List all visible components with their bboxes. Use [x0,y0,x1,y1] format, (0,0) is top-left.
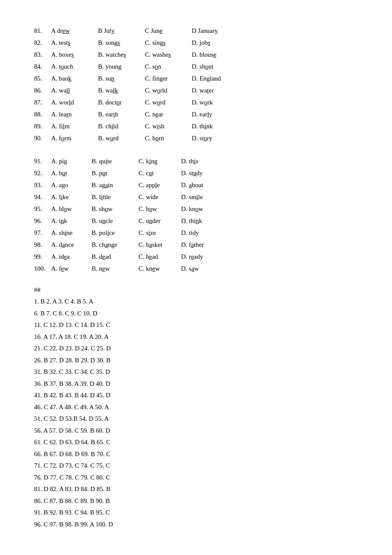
question-option: D. tidy [181,228,228,238]
question-option: B. word [98,133,145,143]
question-option: C. knew [138,263,181,274]
question-option: C. sings [145,38,192,48]
question-option: D. jobs [192,38,243,48]
question-options: A. boxesB. watchesC. washesD. blouse [51,49,358,60]
question-option: C. word [145,97,192,107]
question-number: 93. [34,180,51,190]
question-option: B. sun [98,73,145,84]
question-number: 96. [34,216,51,226]
answer-row: 61. C 62. D 63. D 64. B 65. C [34,437,358,448]
question-options: A. fewB. newC. knewD. saw [51,263,358,274]
question-options: A. filmB. childC. wishD. think [51,121,358,131]
question-row: 99.A. ideaB. deadC. headD. ready [34,251,358,262]
question-number: 83. [34,49,51,60]
question-option: B. little [92,192,138,202]
question-option: B. police [92,228,138,238]
question-options: A. shineB. policeC. sizeD. tidy [51,228,358,238]
question-option: D. ready [181,251,228,262]
question-option: D January [192,26,243,36]
question-option: D. think [192,121,243,131]
answer-row: 36. B 37. B 38. A 39. D 40. D [34,379,358,390]
question-row: 88.A. learnB. earthC. nearD. early [34,109,358,119]
question-row: 87.A. worldB. doctorC. wordD. work [34,97,358,107]
question-number: 90. [34,133,51,143]
question-row: 92.A. butB. putC. cutD. study [34,168,358,178]
question-option: C. world [145,85,192,95]
question-number: 84. [34,61,51,72]
question-row: 83.A. boxesB. watchesC. washesD. blouse [34,49,358,60]
answer-row: 96. C 97. B 98. B 99. A 100. D [34,519,358,530]
question-option: A. dance [51,240,92,250]
question-option: A. world [51,97,98,107]
question-option: A. few [51,263,92,274]
question-option: A. bank [51,73,98,84]
question-option: C. wide [138,192,181,202]
question-options: A. worldB. doctorC. wordD. work [51,97,358,107]
question-option: B. earth [98,109,145,119]
question-row: 93.A. agoB. againC. appleD. about [34,180,358,190]
question-option: C. king [138,156,181,166]
question-option: A. tests [51,38,98,48]
question-option: A. but [51,168,92,178]
question-option: A. blow [51,204,92,214]
question-options: A. ideaB. deadC. headD. ready [51,251,358,262]
questions-section-91-100: 91.A. pigB. quiteC. kingD. this92.A. but… [34,156,358,274]
question-option: B. watches [98,49,145,60]
question-option: D. story [192,133,243,143]
question-row: 95.A. blowB. showC. howD. know [34,204,358,214]
question-option: D. shout [192,61,243,72]
question-options: A. wallB. walkC. worldD. water [51,85,358,95]
question-options: A. bankB. sunC. fingerD. England [51,73,358,84]
question-option: A. wall [51,85,98,95]
question-option: C. washes [145,49,192,60]
question-option: B. walk [98,85,145,95]
question-options: A. agoB. againC. appleD. about [51,180,358,190]
question-number: 100. [34,263,51,274]
question-option: B. put [92,168,138,178]
question-option: A. form [51,133,98,143]
question-number: 91. [34,156,51,166]
answer-row: 41. B 42. B 43. B 44. D 45. D [34,390,358,401]
question-row: 100.A. fewB. newC. knewD. saw [34,263,358,274]
question-number: 81. [34,26,51,36]
question-number: 89. [34,121,51,131]
question-options: A. pigB. quiteC. kingD. this [51,156,358,166]
question-option: A. ink [51,216,92,226]
question-row: 90.A. formB. wordC. bornD. story [34,133,358,143]
question-options: A. inkB. uncleC. underD. think [51,216,358,226]
answer-row: 81. D 82. A 83. D 84. D 85. B [34,484,358,495]
answer-row: 6. B 7. C 8. C 9. C 10. D [34,308,358,319]
question-option: D. about [181,180,228,190]
question-row: 86.A. wallB. walkC. worldD. water [34,85,358,95]
question-option: C June [145,26,192,36]
question-option: A. ago [51,180,92,190]
answer-row: 31. B 32. C 33. C 34. C 35. D [34,367,358,378]
question-option: B. doctor [98,97,145,107]
question-option: D. think [181,216,228,226]
question-number: 88. [34,109,51,119]
question-options: A. learnB. earthC. nearD. early [51,109,358,119]
question-number: 86. [34,85,51,95]
question-option: A. touch [51,61,98,72]
question-option: B. quite [92,156,138,166]
question-number: 85. [34,73,51,84]
question-row: 94.A. likeB. littleC. wideD. smile [34,192,358,202]
question-options: A. danceB. changeC. basketD. father [51,240,358,250]
question-option: B July [98,26,145,36]
question-option: B. uncle [92,216,138,226]
question-option: A. like [51,192,92,202]
question-option: A. learn [51,109,98,119]
question-option: B. new [92,263,138,274]
question-option: D. study [181,168,228,178]
question-row: 97.A. shineB. policeC. sizeD. tidy [34,228,358,238]
question-option: B. again [92,180,138,190]
question-option: C. apple [138,180,181,190]
question-options: A. formB. wordC. bornD. story [51,133,358,143]
question-options: A. likeB. littleC. wideD. smile [51,192,358,202]
question-option: C. cut [138,168,181,178]
question-option: B. child [98,121,145,131]
question-option: D. work [192,97,243,107]
answer-row: 56. A 57. D 58. C 59. B 60. D [34,425,358,436]
question-number: 99. [34,251,51,262]
question-row: 91.A. pigB. quiteC. kingD. this [34,156,358,166]
